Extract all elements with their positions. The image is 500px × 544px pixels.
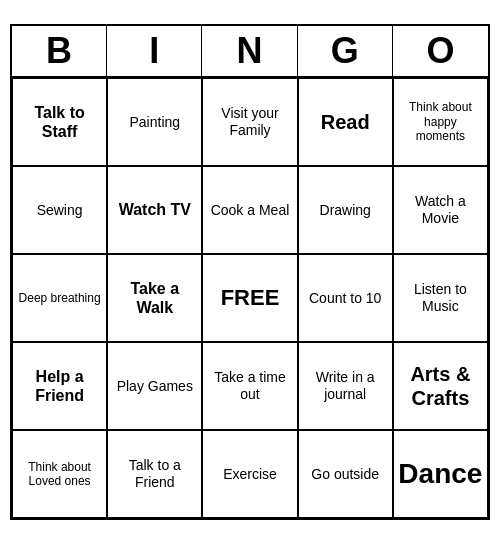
bingo-cell-9: Watch a Movie <box>393 166 488 254</box>
bingo-cell-5: Sewing <box>12 166 107 254</box>
header-letter-B: B <box>12 26 107 76</box>
bingo-cell-13: Count to 10 <box>298 254 393 342</box>
bingo-cell-16: Play Games <box>107 342 202 430</box>
bingo-cell-17: Take a time out <box>202 342 297 430</box>
bingo-cell-15: Help a Friend <box>12 342 107 430</box>
bingo-cell-0: Talk to Staff <box>12 78 107 166</box>
bingo-cell-7: Cook a Meal <box>202 166 297 254</box>
bingo-cell-19: Arts & Crafts <box>393 342 488 430</box>
bingo-cell-23: Go outside <box>298 430 393 518</box>
bingo-cell-4: Think about happy moments <box>393 78 488 166</box>
bingo-cell-22: Exercise <box>202 430 297 518</box>
bingo-header: BINGO <box>12 26 488 78</box>
bingo-cell-10: Deep breathing <box>12 254 107 342</box>
bingo-cell-3: Read <box>298 78 393 166</box>
bingo-cell-12: FREE <box>202 254 297 342</box>
bingo-cell-18: Write in a journal <box>298 342 393 430</box>
header-letter-G: G <box>298 26 393 76</box>
bingo-cell-11: Take a Walk <box>107 254 202 342</box>
header-letter-I: I <box>107 26 202 76</box>
bingo-cell-1: Painting <box>107 78 202 166</box>
bingo-cell-21: Talk to a Friend <box>107 430 202 518</box>
bingo-card: BINGO Talk to StaffPaintingVisit your Fa… <box>10 24 490 520</box>
bingo-cell-14: Listen to Music <box>393 254 488 342</box>
bingo-cell-6: Watch TV <box>107 166 202 254</box>
header-letter-N: N <box>202 26 297 76</box>
bingo-cell-2: Visit your Family <box>202 78 297 166</box>
header-letter-O: O <box>393 26 488 76</box>
bingo-cell-20: Think about Loved ones <box>12 430 107 518</box>
bingo-cell-24: Dance <box>393 430 488 518</box>
bingo-grid: Talk to StaffPaintingVisit your FamilyRe… <box>12 78 488 518</box>
bingo-cell-8: Drawing <box>298 166 393 254</box>
